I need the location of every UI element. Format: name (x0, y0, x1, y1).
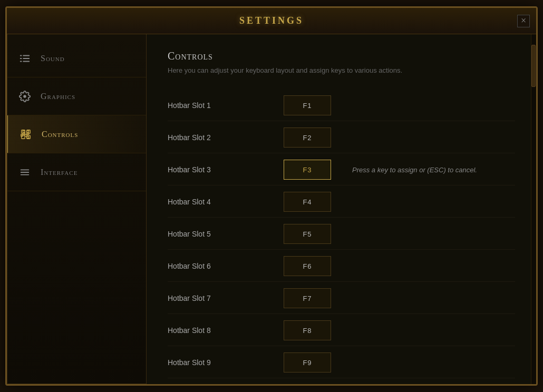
sidebar-item-sound[interactable]: Sound (7, 40, 146, 77)
window-title: SETTINGS (239, 15, 304, 26)
control-label: Hotbar Slot 7 (168, 294, 273, 302)
sliders-icon (17, 51, 32, 66)
svg-rect-11 (21, 172, 30, 173)
assign-hint: Press a key to assign or (ESC) to cancel… (352, 166, 477, 174)
sidebar-item-controls[interactable]: Controls (7, 115, 146, 153)
lines-icon (17, 165, 32, 180)
control-label: Hotbar Slot 8 (168, 326, 273, 335)
control-row: Hotbar Slot 5F5 (168, 219, 515, 250)
control-row: Hotbar Slot 9F9 (168, 347, 515, 378)
main-content: Sound Graphics (7, 34, 536, 384)
close-button[interactable]: × (517, 15, 530, 27)
svg-rect-2 (20, 61, 22, 62)
key-button[interactable]: F5 (284, 224, 331, 244)
control-row: Hotbar Slot 3F3Press a key to assign or … (168, 154, 515, 185)
svg-rect-10 (21, 169, 30, 170)
key-button[interactable]: F4 (284, 192, 331, 212)
control-row: Hotbar Slot 8F8 (168, 315, 515, 346)
control-label: Hotbar Slot 4 (168, 198, 273, 206)
key-button[interactable]: F9 (284, 352, 331, 373)
control-label: Hotbar Slot 5 (168, 230, 273, 238)
key-button[interactable]: F6 (284, 256, 331, 276)
settings-window: SETTINGS × Sound (5, 6, 538, 386)
control-label: Hotbar Slot 2 (168, 133, 273, 142)
control-row: Hotbar Slot 10F10 (168, 379, 515, 384)
svg-rect-3 (23, 55, 30, 56)
key-button[interactable]: F8 (284, 320, 331, 340)
sidebar-item-interface[interactable]: Interface (7, 153, 146, 191)
control-row: Hotbar Slot 6F6 (168, 251, 515, 282)
scrollbar-thumb[interactable] (531, 45, 536, 87)
control-row: Hotbar Slot 4F4 (168, 187, 515, 218)
sidebar-label-controls: Controls (42, 130, 78, 139)
controls-list: Hotbar Slot 1F1Hotbar Slot 2F2Hotbar Slo… (168, 90, 515, 384)
sidebar-label-graphics: Graphics (41, 92, 75, 101)
control-row: Hotbar Slot 1F1 (168, 90, 515, 121)
svg-rect-5 (23, 61, 30, 62)
key-button[interactable]: F2 (284, 128, 331, 148)
scrollbar-track[interactable] (531, 34, 536, 384)
sidebar-label-interface: Interface (41, 168, 77, 177)
control-row: Hotbar Slot 2F2 (168, 122, 515, 153)
sidebar: Sound Graphics (7, 34, 147, 384)
key-button[interactable]: F3 (284, 160, 331, 180)
sidebar-item-graphics[interactable]: Graphics (7, 77, 146, 115)
key-button[interactable]: F1 (284, 95, 331, 115)
control-label: Hotbar Slot 3 (168, 165, 273, 174)
content-title: Controls (168, 50, 515, 62)
content-area: Controls Here you can adjust your keyboa… (147, 34, 536, 384)
content-subtitle: Here you can adjust your keyboard layout… (168, 66, 515, 74)
key-button[interactable]: F7 (284, 288, 331, 308)
svg-rect-1 (20, 58, 22, 59)
title-bar: SETTINGS × (7, 8, 536, 34)
svg-rect-12 (21, 174, 30, 175)
control-row: Hotbar Slot 7F7 (168, 283, 515, 314)
gear-icon (17, 89, 32, 104)
control-label: Hotbar Slot 9 (168, 358, 273, 367)
control-label: Hotbar Slot 1 (168, 101, 273, 110)
svg-rect-0 (20, 55, 22, 56)
control-label: Hotbar Slot 6 (168, 262, 273, 270)
sidebar-label-sound: Sound (41, 54, 65, 63)
svg-rect-4 (23, 58, 30, 59)
puzzle-icon (18, 127, 33, 142)
